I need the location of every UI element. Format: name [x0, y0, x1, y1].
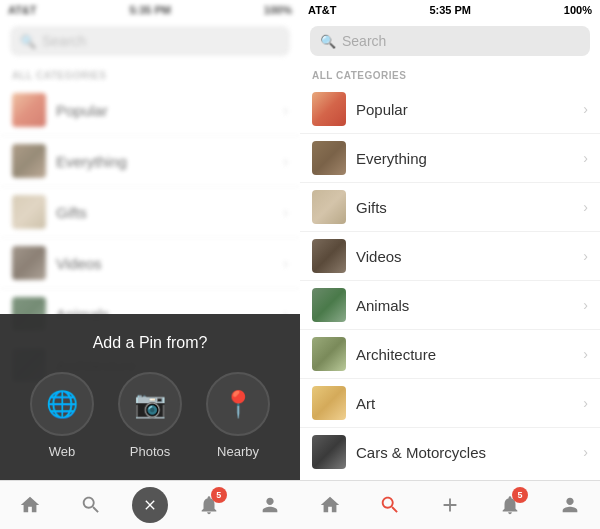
right-add-button[interactable] [430, 485, 470, 525]
nearby-action[interactable]: 📍 Nearby [206, 372, 270, 459]
right-search-bar[interactable]: 🔍 Search [310, 26, 590, 56]
item-label: Everything [56, 153, 273, 170]
web-icon: 🌐 [46, 389, 78, 420]
list-item[interactable]: Cars & Motorcycles › [300, 428, 600, 473]
left-profile-button[interactable] [250, 485, 290, 525]
list-item[interactable]: Popular › [0, 85, 300, 136]
right-notification-button[interactable]: 5 [490, 485, 530, 525]
videos-thumb [12, 246, 46, 280]
right-panel: AT&T 5:35 PM 100% 🔍 Search ALL CATEGORIE… [300, 0, 600, 529]
item-label: Gifts [356, 199, 573, 216]
right-search-placeholder: Search [342, 33, 386, 49]
right-search-icon: 🔍 [320, 34, 336, 49]
nearby-label: Nearby [217, 444, 259, 459]
bottom-sheet-actions: 🌐 Web 📷 Photos 📍 Nearby [30, 372, 270, 459]
left-categories-label: ALL CATEGORIES [0, 62, 300, 85]
left-time: 5:35 PM [129, 4, 171, 16]
right-search-button[interactable] [370, 485, 410, 525]
item-label: Animals [356, 297, 573, 314]
chevron-icon: › [583, 101, 588, 117]
right-status-bar: AT&T 5:35 PM 100% [300, 0, 600, 20]
list-item[interactable]: Everything › [300, 134, 600, 183]
item-label: Architecture [356, 346, 573, 363]
gifts-thumb [312, 190, 346, 224]
left-search-placeholder: Search [42, 33, 86, 49]
right-time: 5:35 PM [429, 4, 471, 16]
popular-thumb [312, 92, 346, 126]
list-item[interactable]: Art › [300, 379, 600, 428]
camera-icon: 📷 [134, 389, 166, 420]
chevron-icon: › [283, 255, 288, 271]
left-home-button[interactable] [10, 485, 50, 525]
left-carrier: AT&T [8, 4, 37, 16]
item-label: Videos [356, 248, 573, 265]
popular-thumb [12, 93, 46, 127]
chevron-icon: › [283, 102, 288, 118]
web-label: Web [49, 444, 76, 459]
left-bottom-nav: 5 [0, 480, 300, 529]
item-label: Popular [56, 102, 273, 119]
cars-thumb [312, 435, 346, 469]
left-notification-button[interactable]: 5 [189, 485, 229, 525]
item-label: Everything [356, 150, 573, 167]
animals-thumb [312, 288, 346, 322]
list-item[interactable]: Everything › [0, 136, 300, 187]
chevron-icon: › [583, 199, 588, 215]
item-label: Popular [356, 101, 573, 118]
photos-action[interactable]: 📷 Photos [118, 372, 182, 459]
right-bottom-nav: 5 [300, 480, 600, 529]
photos-label: Photos [130, 444, 170, 459]
web-action[interactable]: 🌐 Web [30, 372, 94, 459]
left-status-bar: AT&T 5:35 PM 100% [0, 0, 300, 20]
chevron-icon: › [583, 297, 588, 313]
nearby-circle: 📍 [206, 372, 270, 436]
notification-badge: 5 [211, 487, 227, 503]
item-label: Videos [56, 255, 273, 272]
right-categories-label: ALL CATEGORIES [300, 62, 600, 85]
left-close-button[interactable] [132, 487, 168, 523]
chevron-icon: › [583, 444, 588, 460]
web-circle: 🌐 [30, 372, 94, 436]
chevron-icon: › [283, 153, 288, 169]
list-item[interactable]: Gifts › [300, 183, 600, 232]
architecture-thumb [312, 337, 346, 371]
bottom-sheet-title: Add a Pin from? [93, 334, 208, 352]
item-label: Gifts [56, 204, 273, 221]
list-item[interactable]: Popular › [300, 85, 600, 134]
art-thumb [312, 386, 346, 420]
videos-thumb [312, 239, 346, 273]
chevron-icon: › [583, 248, 588, 264]
list-item[interactable]: Videos › [300, 232, 600, 281]
gifts-thumb [12, 195, 46, 229]
chevron-icon: › [583, 395, 588, 411]
photos-circle: 📷 [118, 372, 182, 436]
chevron-icon: › [283, 204, 288, 220]
everything-thumb [12, 144, 46, 178]
right-notification-badge: 5 [512, 487, 528, 503]
right-category-list: Popular › Everything › Gifts › Videos › … [300, 85, 600, 473]
right-home-button[interactable] [310, 485, 350, 525]
location-icon: 📍 [222, 389, 254, 420]
list-item[interactable]: Videos › [0, 238, 300, 289]
everything-thumb [312, 141, 346, 175]
left-search-icon: 🔍 [20, 34, 36, 49]
list-item[interactable]: Animals › [300, 281, 600, 330]
left-panel: AT&T 5:35 PM 100% 🔍 Search ALL CATEGORIE… [0, 0, 300, 529]
item-label: Cars & Motorcycles [356, 444, 573, 461]
chevron-icon: › [583, 150, 588, 166]
right-profile-button[interactable] [550, 485, 590, 525]
right-carrier: AT&T [308, 4, 337, 16]
left-search-button[interactable] [71, 485, 111, 525]
list-item[interactable]: Architecture › [300, 330, 600, 379]
left-search-bar[interactable]: 🔍 Search [10, 26, 290, 56]
left-battery: 100% [264, 4, 292, 16]
right-battery: 100% [564, 4, 592, 16]
chevron-icon: › [583, 346, 588, 362]
list-item[interactable]: Gifts › [0, 187, 300, 238]
item-label: Art [356, 395, 573, 412]
